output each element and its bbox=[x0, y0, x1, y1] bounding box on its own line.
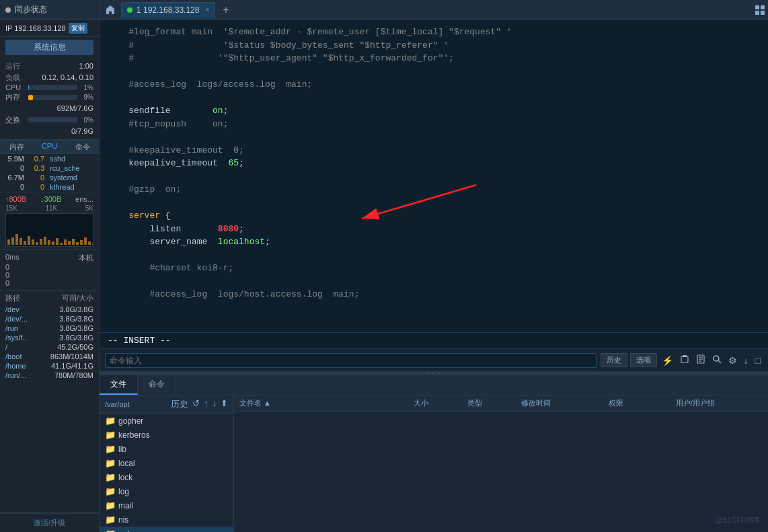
col-filename[interactable]: 文件名 ▲ bbox=[239, 398, 414, 408]
code-line-10: #keepalive_timeout 0; bbox=[108, 144, 760, 157]
code-line-14 bbox=[108, 196, 760, 210]
swap-detail-row: 0/7.9G bbox=[5, 126, 93, 137]
tree-item[interactable]: 📁opt bbox=[100, 527, 233, 532]
clipboard-icon[interactable] bbox=[678, 353, 691, 367]
tab-files[interactable]: 文件 bbox=[100, 375, 138, 395]
code-line-15: server { bbox=[108, 209, 760, 223]
tree-item-label: gopher bbox=[118, 416, 143, 426]
svg-rect-3 bbox=[20, 238, 22, 245]
insert-mode-bar: -- INSERT -- bbox=[100, 332, 768, 348]
svg-line-35 bbox=[718, 360, 721, 363]
sys-info-button[interactable]: 系统信息 bbox=[5, 40, 93, 55]
uptime-row: 运行 1:00 bbox=[5, 61, 93, 72]
tree-item-label: mail bbox=[118, 501, 133, 510]
tab-label: 1 192.168.33.128 bbox=[137, 5, 199, 15]
mem-detail-row: 692M/7.6G bbox=[5, 103, 93, 114]
ip-row: IP 192.168.33.128 复制 bbox=[0, 20, 99, 37]
proc-col-cmd[interactable]: 命令 bbox=[66, 141, 99, 153]
upload-icon[interactable]: ↑ bbox=[204, 398, 208, 410]
code-line-9 bbox=[108, 130, 760, 144]
tab-close-button[interactable]: × bbox=[205, 6, 209, 13]
terminal-area[interactable]: #log_format main '$remote_addr - $remote… bbox=[100, 20, 768, 348]
tree-item-label: lock bbox=[118, 473, 132, 482]
proc-col-mem[interactable]: 内存 bbox=[0, 141, 33, 153]
disk-row[interactable]: /dev/...3.8G/3.8G bbox=[5, 314, 93, 324]
grid-view-icon[interactable] bbox=[755, 5, 765, 15]
col-modified[interactable]: 修改时间 bbox=[521, 398, 609, 408]
net-header: ↑800B ↓300B ens... bbox=[5, 195, 93, 203]
cmd-input-field[interactable] bbox=[105, 353, 597, 368]
tree-items-list: 📁gopher📁kerberos📁lib📁local📁lock📁log📁mail… bbox=[100, 414, 233, 532]
download-icon[interactable]: ↓ bbox=[742, 354, 751, 367]
disk-row[interactable]: /run/...780M/780M bbox=[5, 371, 93, 380]
tree-item[interactable]: 📁kerberos bbox=[100, 428, 233, 442]
search-icon[interactable] bbox=[710, 353, 724, 367]
page-icon[interactable] bbox=[694, 353, 707, 367]
disk-row[interactable]: /45.2G/50G bbox=[5, 342, 93, 352]
activate-upgrade-button[interactable]: 激活/升级 bbox=[0, 513, 99, 532]
folder-icon: 📁 bbox=[105, 500, 116, 510]
disk-path: /boot bbox=[5, 352, 22, 360]
disk-row[interactable]: /sys/f...3.8G/3.8G bbox=[5, 333, 93, 342]
tree-item[interactable]: 📁lock bbox=[100, 470, 233, 484]
history-button[interactable]: 历史 bbox=[601, 353, 627, 367]
file-list: 文件名 ▲ 大小 类型 修改时间 权限 用户/用户组 bbox=[234, 395, 768, 532]
folder-icon: 📁 bbox=[105, 444, 116, 454]
disk-path: /home bbox=[5, 362, 26, 370]
tree-item[interactable]: 📁nis bbox=[100, 512, 233, 527]
svg-rect-18 bbox=[80, 240, 83, 245]
tab-connection-dot bbox=[127, 7, 132, 13]
svg-rect-0 bbox=[7, 239, 10, 245]
lightning-icon[interactable]: ⚡ bbox=[660, 354, 675, 367]
proc-col-cpu[interactable]: CPU bbox=[33, 141, 66, 153]
tree-item-label: local bbox=[118, 459, 135, 468]
terminal-content: #log_format main '$remote_addr - $remote… bbox=[100, 20, 768, 332]
add-tab-button[interactable]: + bbox=[218, 2, 234, 18]
net-name: ens... bbox=[75, 195, 93, 203]
net-val-1: 15K bbox=[5, 204, 17, 212]
disk-path: /run/... bbox=[5, 371, 26, 379]
folder-icon: 📁 bbox=[105, 458, 116, 468]
file-path-bar: /var/opt 历史 ↺ ↑ ↓ ⬆ bbox=[100, 395, 233, 414]
tree-item-label: kerberos bbox=[118, 430, 150, 440]
tree-item[interactable]: 📁mail bbox=[100, 498, 233, 512]
history-icon[interactable]: 历史 bbox=[171, 398, 188, 410]
col-user[interactable]: 用户/用户组 bbox=[676, 398, 763, 408]
code-line-3: # '"$http_user_agent" "$http_x_forwarded… bbox=[108, 52, 760, 65]
home-icon[interactable] bbox=[102, 2, 118, 18]
upload2-icon[interactable]: ⬆ bbox=[221, 398, 228, 410]
options-button[interactable]: 选项 bbox=[630, 353, 657, 367]
disk-row[interactable]: /run3.8G/3.8G bbox=[5, 324, 93, 333]
window-icon[interactable]: □ bbox=[753, 354, 763, 367]
sync-status-icon bbox=[5, 7, 11, 13]
download2-icon[interactable]: ↓ bbox=[213, 398, 217, 410]
col-type[interactable]: 类型 bbox=[467, 398, 521, 408]
folder-icon: 📁 bbox=[105, 529, 116, 532]
disk-row[interactable]: /dev3.8G/3.8G bbox=[5, 305, 93, 314]
tree-item[interactable]: 📁gopher bbox=[100, 414, 233, 428]
svg-rect-13 bbox=[60, 243, 63, 245]
svg-rect-25 bbox=[761, 11, 765, 15]
stats-section: 运行 1:00 负载 0.12, 0.14, 0.10 CPU 1% 内存 9%… bbox=[0, 58, 99, 140]
disk-row[interactable]: /home41.1G/41.1G bbox=[5, 361, 93, 371]
tree-item[interactable]: 📁log bbox=[100, 484, 233, 498]
col-permissions[interactable]: 权限 bbox=[609, 398, 676, 408]
settings-icon[interactable]: ⚙ bbox=[726, 354, 739, 367]
disk-row[interactable]: /boot863M/1014M bbox=[5, 352, 93, 361]
svg-rect-9 bbox=[44, 237, 46, 245]
code-line-21: #access_log logs/host.access.log main; bbox=[108, 288, 760, 301]
mem-row: 内存 9% bbox=[5, 92, 93, 102]
tree-item-label: nis bbox=[118, 515, 128, 525]
lat-header: 0ms 本机 bbox=[5, 253, 93, 263]
tab-item-1[interactable]: 1 192.168.33.128 × bbox=[121, 2, 215, 18]
lat-value: 0ms bbox=[5, 253, 20, 263]
svg-point-34 bbox=[714, 356, 719, 361]
tab-commands[interactable]: 命令 bbox=[138, 375, 176, 395]
lat-host: 本机 bbox=[79, 253, 93, 263]
col-size[interactable]: 大小 bbox=[414, 398, 467, 408]
refresh-icon[interactable]: ↺ bbox=[192, 398, 200, 410]
copy-ip-button[interactable]: 复制 bbox=[69, 23, 87, 34]
tree-item[interactable]: 📁local bbox=[100, 456, 233, 470]
process-table-header: 内存 CPU 命令 bbox=[0, 140, 99, 154]
tree-item[interactable]: 📁lib bbox=[100, 442, 233, 456]
